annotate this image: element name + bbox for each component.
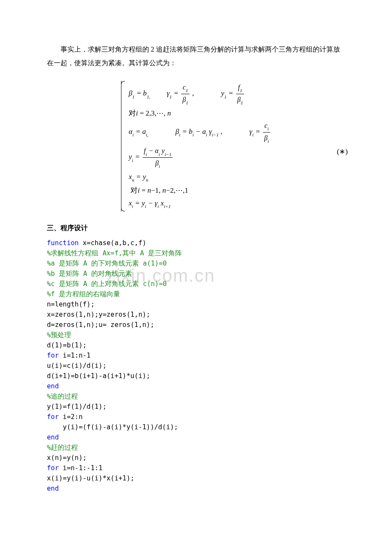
formula-line-7: xi = yi − γi xi+1 (129, 197, 271, 210)
formula-line-5: xn = yn (129, 171, 271, 183)
formula-line-1: β1 = b1, γ1 = c1β1 , y1 = f1β1 (129, 82, 271, 106)
formula-block: β1 = b1, γ1 = c1β1 , y1 = f1β1 对i = 2,3,… (47, 81, 345, 211)
formula-label: (∗) (337, 146, 348, 157)
formula-line-6: 对i = n−1, n−2,⋯,1 (129, 185, 271, 196)
code-block: function x=chase(a,b,c,f) %求解线性方程组 Ax=f,… (47, 238, 345, 494)
section-heading: 三、程序设计 (47, 224, 345, 233)
formula-line-3: αi = ai, βi = bi − ai γi−1 , γi = ciβi (129, 120, 271, 145)
intro-paragraph: 事实上，求解三对角方程组的 2 追赶法将矩阵三角分解的计算与求解两个三角方程组的… (47, 43, 345, 70)
formula-line-4: yi = fi − αi yi−1βi (129, 145, 271, 170)
formula-line-2: 对i = 2,3,⋯, n (129, 107, 271, 119)
